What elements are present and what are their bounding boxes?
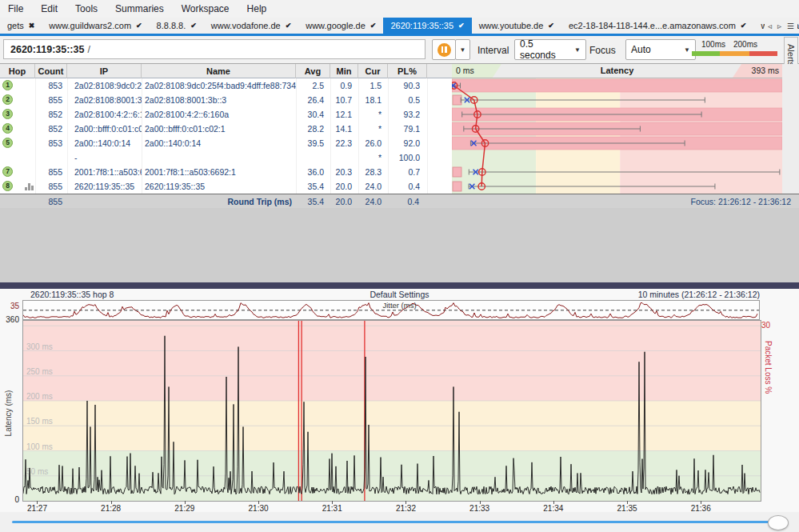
latency-range-graph[interactable] — [452, 78, 782, 194]
toolbar: 2620:119:35::35 / ▼ Interval 0.5 seconds… — [0, 36, 799, 64]
scrollbar-track[interactable] — [12, 521, 788, 523]
check-icon: ✔ — [190, 22, 197, 30]
cell-pl: 0.5 — [388, 93, 427, 107]
menu-file[interactable]: File — [8, 3, 23, 14]
target-address: 2620:119:35::35 — [10, 44, 84, 55]
tab-scroll-right-icon[interactable]: ▹ — [777, 22, 781, 30]
tab-bar: gets✖www.guildwars2.com✔8.8.8.8.✔www.vod… — [0, 18, 799, 34]
graph-timespan-label: 10 minutes (21:26:12 - 21:36:12) — [638, 290, 760, 299]
latency-scale-max: 360 — [0, 315, 19, 324]
column-header-ip[interactable]: IP — [67, 64, 142, 78]
cell-count: 855 — [35, 179, 67, 194]
column-header-name[interactable]: Name — [142, 64, 296, 78]
cell-pl: 90.3 — [388, 78, 427, 93]
menu-tools[interactable]: Tools — [75, 3, 98, 14]
focus-select[interactable]: Auto ▼ — [625, 39, 696, 60]
cell-min: 20.0 — [330, 179, 358, 194]
jitter-graph-label: Jitter (ms) — [0, 301, 799, 310]
cell-min: 10.7 — [330, 93, 358, 107]
svg-text:200 ms: 200 ms — [26, 392, 53, 401]
splitter-bar[interactable] — [0, 282, 799, 289]
cell-cur: 1.5 — [358, 78, 388, 93]
tab-www-youtube-de[interactable]: www.youtube.de✔ — [472, 18, 561, 34]
table-row[interactable]: 38522a02:8100:4:2::6:162a02:8100:4:2::6:… — [0, 107, 452, 122]
column-header-pl[interactable]: PL% — [388, 64, 427, 78]
column-header-count[interactable]: Count — [35, 64, 67, 78]
column-header-hop[interactable]: Hop — [0, 64, 35, 78]
cell-name: 2a00::bfff:0:c01:c02:1 — [142, 122, 296, 136]
tab-www-google-de[interactable]: www.google.de✔ — [298, 18, 383, 34]
pingplotter-window: FileEditToolsSummariesWorkspaceHelp gets… — [0, 0, 799, 532]
check-icon: ✔ — [370, 22, 377, 30]
table-row[interactable]: 28552a02:8108:8001:3b2a02:8108:8001:3b::… — [0, 93, 452, 107]
summary-min: 20.0 — [330, 195, 352, 208]
column-header-cur[interactable]: Cur — [358, 64, 388, 78]
table-row[interactable]: 58532a00::140:0:142a00::140:0:1439.522.3… — [0, 136, 452, 150]
tab-2620-119-35-35[interactable]: 2620:119:35::35✔ — [383, 18, 471, 34]
summary-pl: 0.4 — [388, 195, 419, 208]
packet-loss-scale-max: 30 — [761, 321, 770, 330]
alerts-label: Alerts — [786, 44, 796, 66]
menu-help[interactable]: Help — [247, 3, 267, 14]
tab-www-vodafone-de[interactable]: www.vodafone.de✔ — [204, 18, 298, 34]
cell-avg: 39.5 — [296, 136, 330, 150]
cell-min — [330, 150, 358, 165]
focus-range: Focus: 21:26:12 - 21:36:12 — [690, 195, 791, 208]
table-row[interactable]: 88552620:119:35::352620:119:35::3535.420… — [0, 179, 452, 194]
cell-count: 853 — [35, 136, 67, 150]
tab-8-8-8-8-[interactable]: 8.8.8.8.✔ — [150, 18, 204, 34]
table-header: HopCountIPNameAvgMinCurPL% — [0, 64, 452, 78]
tab-list-icon[interactable]: ☰ — [787, 22, 794, 30]
menu-edit[interactable]: Edit — [41, 3, 58, 14]
menu-summaries[interactable]: Summaries — [115, 3, 164, 14]
cell-min: 0.9 — [330, 78, 358, 93]
timeline-graph-panel: 2620:119:35::35 hop 8 Default Settings 1… — [0, 289, 799, 512]
cell-min: 22.3 — [330, 136, 358, 150]
target-suffix: / — [87, 44, 90, 55]
round-trip-summary-row: 855 Round Trip (ms) 35.4 20.0 24.0 0.4 F… — [0, 194, 799, 208]
table-row[interactable]: 18532a02:8108:9dc0:252a02:8108:9dc0:25f4… — [0, 78, 452, 93]
cell-ip: 2620:119:35::35 — [67, 179, 142, 194]
panel-divider-area — [0, 208, 799, 282]
table-row[interactable]: 48522a00::bfff:0:c01:c022a00::bfff:0:c01… — [0, 122, 452, 136]
cell-pl: 0.4 — [388, 179, 427, 194]
latency-timeline-graph[interactable]: 50 ms100 ms150 ms200 ms250 ms300 ms — [22, 320, 761, 502]
tab-gets[interactable]: gets✖ — [0, 18, 42, 34]
hop-badge: 7 — [2, 166, 13, 177]
scrollbar-thumb[interactable] — [768, 515, 789, 530]
cell-avg: 36.0 — [296, 165, 330, 179]
tab-scroll-left-icon[interactable]: ◃ — [768, 22, 772, 30]
cell-cur: 28.3 — [358, 165, 388, 179]
pause-icon — [437, 43, 451, 57]
cell-avg: 30.4 — [296, 107, 330, 122]
tab-label: www.vodafone.de — [211, 21, 281, 30]
cell-ip: 2001:7f8:1::a503:66 — [67, 165, 142, 179]
focus-label: Focus — [589, 45, 616, 56]
interval-select[interactable]: 0.5 seconds ▼ — [514, 39, 586, 60]
tab-label: www.youtube.de — [479, 21, 544, 30]
column-header-min[interactable]: Min — [330, 64, 358, 78]
chevron-down-icon: ▼ — [684, 46, 690, 54]
pause-dropdown-button[interactable]: ▼ — [455, 39, 470, 60]
cell-avg — [296, 150, 330, 165]
hop-badge: 1 — [2, 80, 13, 90]
cell-count: 855 — [35, 165, 67, 179]
cell-name — [142, 150, 296, 165]
close-icon[interactable]: ✖ — [29, 22, 35, 30]
cell-count: 852 — [35, 107, 67, 122]
tab-ec2-18-184-118-144-e-e-amazonaws-com[interactable]: ec2-18-184-118-144.e...e.amazonaws.com✔ — [561, 18, 753, 34]
hop-badge: 3 — [2, 109, 13, 119]
table-row[interactable]: 78552001:7f8:1::a503:662001:7f8:1::a503:… — [0, 165, 452, 179]
interval-value: 0.5 seconds — [520, 38, 569, 61]
target-input[interactable]: 2620:119:35::35 / — [3, 39, 425, 59]
cell-avg: 2.5 — [296, 78, 330, 93]
tab-label: 2620:119:35::35 — [390, 21, 453, 30]
menu-workspace[interactable]: Workspace — [182, 3, 230, 14]
pause-button[interactable] — [432, 39, 456, 60]
column-header-avg[interactable]: Avg — [296, 64, 330, 78]
menu-bar: FileEditToolsSummariesWorkspaceHelp — [0, 0, 799, 18]
table-row[interactable]: -*100.0 — [0, 150, 452, 165]
cell-min: 14.1 — [330, 122, 358, 136]
tab-www-guildwars2-com[interactable]: www.guildwars2.com✔ — [42, 18, 149, 34]
legend-color-bar — [692, 51, 777, 56]
